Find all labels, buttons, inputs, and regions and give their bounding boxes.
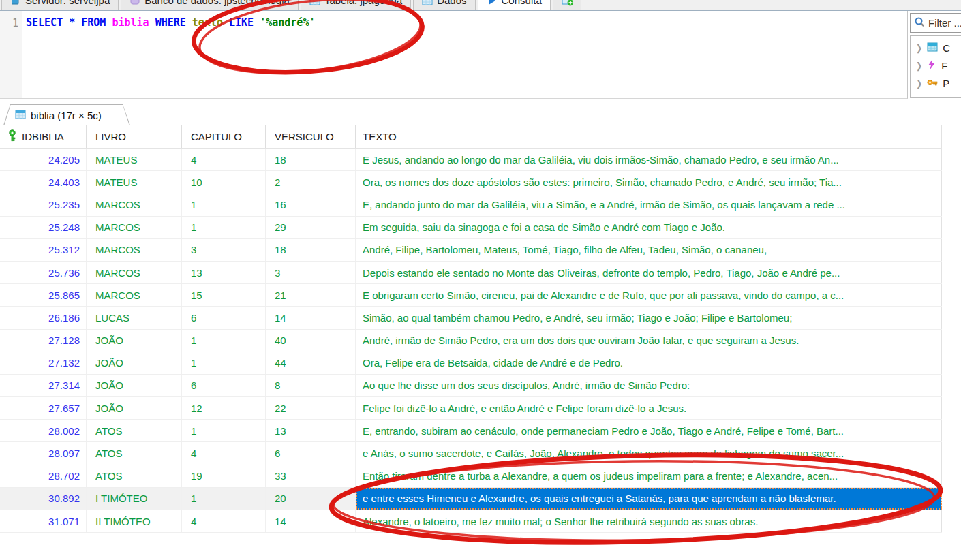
table-row[interactable]: 25.248MARCOS129Em seguida, saiu da sinag… (0, 217, 942, 239)
table-cell[interactable]: 29 (266, 217, 356, 238)
table-cell[interactable]: 10 (182, 171, 266, 193)
column-header-idbiblia[interactable]: IDBIBLIA (0, 125, 87, 148)
table-cell[interactable]: JOÃO (87, 397, 182, 419)
tab-new-query[interactable] (553, 0, 581, 10)
table-cell[interactable]: Depois estando ele sentado no Monte das … (356, 262, 942, 283)
table-cell[interactable]: ATOS (87, 420, 182, 441)
table-cell[interactable]: 25.248 (0, 217, 87, 238)
table-cell[interactable]: 25.865 (0, 284, 87, 306)
table-cell[interactable]: 1 (182, 352, 266, 374)
helper-tree-item-c[interactable]: ❯C (911, 39, 961, 57)
table-row[interactable]: 25.865MARCOS1521E obrigaram certo Simão,… (0, 284, 942, 307)
table-cell[interactable]: MARCOS (87, 262, 182, 283)
table-cell[interactable]: 13 (266, 420, 356, 441)
table-cell[interactable]: 3 (266, 262, 356, 283)
table-row[interactable]: 28.702ATOS1933Então tiraram dentre a tur… (0, 465, 942, 488)
tab-consulta[interactable]: Consulta (478, 0, 551, 10)
table-cell[interactable]: 6 (266, 442, 356, 464)
table-cell[interactable]: 1 (182, 488, 266, 510)
table-cell[interactable]: 44 (266, 352, 356, 374)
table-cell[interactable]: Em seguida, saiu da sinagoga e foi a cas… (356, 217, 942, 238)
result-tab[interactable]: biblia (17r × 5c) (3, 104, 130, 125)
table-cell[interactable]: II TIMÓTEO (87, 510, 182, 532)
helper-tree-item-f[interactable]: ❯F (911, 57, 961, 74)
table-cell[interactable]: 22 (266, 397, 356, 419)
table-cell[interactable]: 3 (182, 239, 266, 261)
table-row[interactable]: 30.892I TIMÓTEO120e entre esses Himeneu … (0, 488, 942, 510)
table-cell[interactable]: 27.314 (0, 375, 87, 396)
table-cell[interactable]: 27.657 (0, 397, 87, 419)
table-cell[interactable]: Alexandre, o latoeiro, me fez muito mal;… (356, 510, 942, 532)
table-cell[interactable]: E obrigaram certo Simão, cireneu, pai de… (356, 284, 942, 306)
chevron-right-icon[interactable]: ❯ (916, 42, 922, 53)
table-cell[interactable]: Ora, os nomes dos doze apóstolos são est… (356, 171, 942, 193)
table-cell[interactable]: 1 (182, 217, 266, 238)
table-row[interactable]: 28.097ATOS46e Anás, o sumo sacerdote, e … (0, 442, 942, 465)
table-cell[interactable]: 6 (182, 307, 266, 328)
filter-input[interactable]: Filter ... (910, 13, 961, 33)
table-cell[interactable]: MARCOS (87, 193, 182, 215)
table-cell[interactable]: 18 (266, 239, 356, 261)
table-cell[interactable]: Simão, ao qual também chamou Pedro, e An… (356, 307, 942, 328)
table-cell[interactable]: 16 (266, 193, 356, 215)
table-row[interactable]: 27.657JOÃO1222Felipe foi dizê-lo a André… (0, 397, 942, 420)
table-cell[interactable]: 27.132 (0, 352, 87, 374)
table-cell[interactable]: 1 (182, 330, 266, 352)
table-cell[interactable]: 14 (266, 510, 356, 532)
table-cell[interactable]: 1 (182, 420, 266, 441)
table-cell[interactable]: 25.235 (0, 193, 87, 215)
table-row[interactable]: 27.128JOÃO140André, irmão de Simão Pedro… (0, 330, 942, 352)
table-cell[interactable]: 28.002 (0, 420, 87, 441)
table-cell[interactable]: 1 (182, 193, 266, 215)
column-header-versiculo[interactable]: VERSICULO (266, 125, 356, 148)
table-cell[interactable]: Então tiraram dentre a turba a Alexandre… (356, 465, 942, 487)
table-cell[interactable]: JOÃO (87, 330, 182, 352)
table-cell[interactable]: JOÃO (87, 375, 182, 396)
table-row[interactable]: 25.736MARCOS133Depois estando ele sentad… (0, 262, 942, 284)
table-cell[interactable]: 25.312 (0, 239, 87, 261)
table-cell[interactable]: I TIMÓTEO (87, 488, 182, 510)
column-header-capitulo[interactable]: CAPITULO (182, 125, 266, 148)
table-cell[interactable]: 4 (182, 510, 266, 532)
helper-tree-item-p[interactable]: ❯P (911, 74, 961, 92)
table-cell[interactable]: 31.071 (0, 510, 87, 532)
column-header-livro[interactable]: LIVRO (87, 125, 182, 148)
table-cell[interactable]: 30.892 (0, 488, 87, 510)
table-row[interactable]: 25.235MARCOS116E, andando junto do mar d… (0, 193, 942, 216)
table-cell[interactable]: André, irmão de Simão Pedro, era um dos … (356, 330, 942, 352)
table-cell[interactable]: 26.186 (0, 307, 87, 328)
table-cell[interactable]: MARCOS (87, 217, 182, 238)
table-cell[interactable]: Felipe foi dizê-lo a André, e então Andr… (356, 397, 942, 419)
table-cell[interactable]: E, entrando, subiram ao cenáculo, onde p… (356, 420, 942, 441)
table-cell[interactable]: 18 (266, 149, 356, 170)
table-cell[interactable]: JOÃO (87, 352, 182, 374)
table-cell[interactable]: ATOS (87, 442, 182, 464)
table-cell[interactable]: 12 (182, 397, 266, 419)
table-row[interactable]: 25.312MARCOS318André, Filipe, Bartolomeu… (0, 239, 942, 262)
table-cell[interactable]: MATEUS (87, 171, 182, 193)
column-header-texto[interactable]: TEXTO (356, 125, 942, 148)
tab-dados[interactable]: Dados (413, 0, 475, 10)
table-cell[interactable]: LUCAS (87, 307, 182, 328)
table-cell[interactable]: E, andando junto do mar da Galiléia, viu… (356, 193, 942, 215)
table-cell[interactable]: 21 (266, 284, 356, 306)
table-cell[interactable]: 14 (266, 307, 356, 328)
table-row[interactable]: 31.071II TIMÓTEO414Alexandre, o latoeiro… (0, 510, 942, 533)
table-cell[interactable]: 28.097 (0, 442, 87, 464)
table-cell[interactable]: E Jesus, andando ao longo do mar da Gali… (356, 149, 942, 170)
table-cell[interactable]: Ora, Felipe era de Betsaida, cidade de A… (356, 352, 942, 374)
table-cell[interactable]: Ao que lhe disse um dos seus discípulos,… (356, 375, 942, 396)
table-cell[interactable]: ATOS (87, 465, 182, 487)
table-row[interactable]: 26.186LUCAS614Simão, ao qual também cham… (0, 307, 942, 329)
table-cell[interactable]: 25.736 (0, 262, 87, 283)
table-cell[interactable]: 8 (266, 375, 356, 396)
table-cell[interactable]: 24.403 (0, 171, 87, 193)
tab-banco-de-dados[interactable]: Banco de dados: jpstechnologia (121, 0, 299, 10)
table-row[interactable]: 27.314JOÃO68Ao que lhe disse um dos seus… (0, 375, 942, 397)
sql-editor[interactable]: 1 SELECT * FROM biblia WHERE texto LIKE … (0, 11, 908, 99)
table-cell[interactable]: 15 (182, 284, 266, 306)
table-cell[interactable]: 28.702 (0, 465, 87, 487)
table-cell[interactable]: e Anás, o sumo sacerdote, e Caifás, João… (356, 442, 942, 464)
tab-tabela[interactable]: Tabela: jpagenda (301, 0, 411, 10)
table-row[interactable]: 24.403MATEUS102Ora, os nomes dos doze ap… (0, 171, 942, 193)
